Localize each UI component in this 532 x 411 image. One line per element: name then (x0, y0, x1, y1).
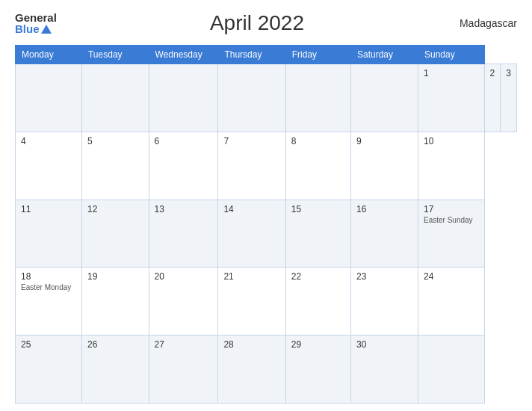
day-number: 22 (291, 271, 345, 282)
calendar-day-cell: 1 (418, 64, 484, 132)
calendar-day-cell: 3 (501, 64, 517, 132)
calendar-day-cell (81, 64, 149, 132)
calendar-week-row: 45678910 (16, 132, 517, 200)
calendar-day-cell: 14 (218, 200, 285, 268)
calendar-day-cell: 24 (418, 268, 484, 336)
logo: General Blue (15, 12, 57, 34)
calendar-day-cell: 29 (285, 336, 350, 404)
calendar-header: General Blue April 2022 Madagascar (15, 7, 517, 39)
calendar-title: April 2022 (57, 11, 457, 35)
day-number: 18 (21, 271, 76, 282)
calendar-day-cell: 12 (81, 200, 149, 268)
calendar-day-cell: 16 (350, 200, 418, 268)
calendar-day-cell (285, 64, 350, 132)
logo-triangle-icon (41, 25, 52, 34)
holiday-label: Easter Monday (21, 283, 76, 291)
day-number: 21 (223, 271, 279, 282)
day-number: 23 (356, 271, 412, 282)
day-number: 14 (223, 204, 279, 214)
calendar-day-cell: 28 (218, 336, 285, 404)
calendar-day-cell: 20 (149, 268, 218, 336)
day-number: 30 (356, 339, 412, 350)
calendar-week-row: 252627282930 (16, 336, 517, 404)
calendar-week-row: 18Easter Monday192021222324 (16, 268, 517, 336)
calendar-day-cell: 19 (81, 268, 149, 336)
calendar-day-cell: 10 (418, 132, 484, 200)
day-number: 15 (291, 204, 345, 214)
calendar-day-cell (350, 64, 418, 132)
day-number: 13 (155, 204, 213, 214)
calendar-day-cell: 27 (149, 336, 218, 404)
weekday-header: Wednesday (149, 46, 218, 64)
calendar-day-cell: 7 (218, 132, 285, 200)
country-label: Madagascar (457, 17, 517, 29)
calendar-week-row: 123 (16, 64, 517, 132)
logo-general-text: General (15, 12, 57, 23)
weekday-header: Monday (16, 46, 82, 64)
weekday-header: Thursday (218, 46, 285, 64)
calendar-day-cell: 11 (16, 200, 82, 268)
day-number: 16 (356, 204, 412, 214)
day-number: 8 (291, 136, 345, 146)
calendar-day-cell: 22 (285, 268, 350, 336)
day-number: 27 (155, 339, 213, 350)
day-number: 5 (87, 136, 143, 146)
calendar-day-cell: 17Easter Sunday (418, 200, 484, 268)
calendar-table: MondayTuesdayWednesdayThursdayFridaySatu… (15, 45, 517, 404)
calendar-day-cell (218, 64, 285, 132)
day-number: 17 (424, 204, 479, 214)
calendar-day-cell: 26 (81, 336, 149, 404)
day-number: 20 (155, 271, 213, 282)
calendar-day-cell: 8 (285, 132, 350, 200)
weekday-header: Sunday (418, 46, 484, 64)
day-number: 1 (424, 68, 479, 78)
holiday-label: Easter Sunday (424, 216, 479, 224)
day-number: 6 (155, 136, 213, 146)
day-number: 28 (223, 339, 279, 350)
calendar-day-cell (418, 336, 484, 404)
day-number: 9 (356, 136, 412, 146)
weekday-header: Saturday (350, 46, 418, 64)
day-number: 24 (424, 271, 479, 282)
calendar-day-cell: 13 (149, 200, 218, 268)
day-number: 25 (21, 339, 76, 350)
calendar-day-cell: 18Easter Monday (16, 268, 82, 336)
calendar-body: 1234567891011121314151617Easter Sunday18… (16, 64, 517, 404)
day-number: 26 (87, 339, 143, 350)
calendar-week-row: 11121314151617Easter Sunday (16, 200, 517, 268)
calendar-day-cell (149, 64, 218, 132)
calendar-day-cell: 4 (16, 132, 82, 200)
calendar-day-cell: 9 (350, 132, 418, 200)
calendar-day-cell: 2 (484, 64, 501, 132)
day-number: 3 (506, 68, 511, 78)
day-number: 29 (291, 339, 345, 350)
calendar-day-cell: 6 (149, 132, 218, 200)
calendar-day-cell: 5 (81, 132, 149, 200)
day-number: 11 (21, 204, 76, 214)
calendar-day-cell: 30 (350, 336, 418, 404)
weekday-header: Tuesday (81, 46, 149, 64)
calendar-day-cell: 25 (16, 336, 82, 404)
day-number: 19 (87, 271, 143, 282)
logo-blue-text: Blue (15, 23, 57, 34)
day-number: 2 (490, 68, 495, 78)
calendar-day-cell: 15 (285, 200, 350, 268)
weekday-header: Friday (285, 46, 350, 64)
day-number: 7 (223, 136, 279, 146)
calendar-day-cell: 23 (350, 268, 418, 336)
day-number: 4 (21, 136, 76, 146)
day-number: 12 (87, 204, 143, 214)
day-number: 10 (424, 136, 479, 146)
calendar-day-cell (16, 64, 82, 132)
calendar-header-row: MondayTuesdayWednesdayThursdayFridaySatu… (16, 46, 517, 64)
calendar-day-cell: 21 (218, 268, 285, 336)
